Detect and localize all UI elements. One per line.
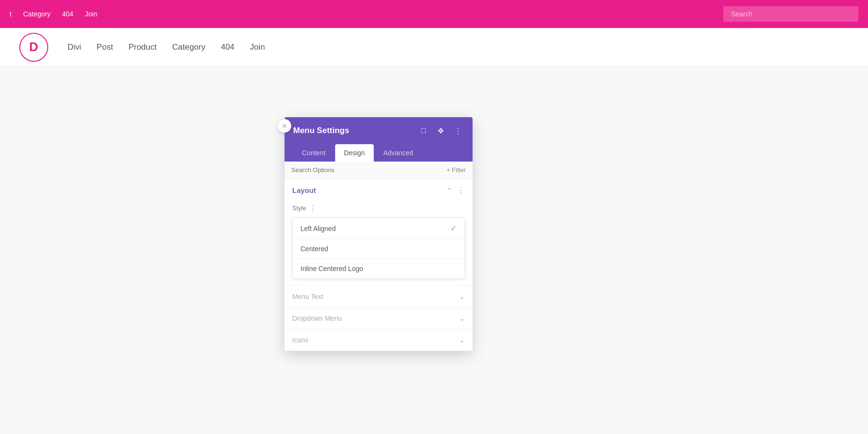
- option-inline-centered-logo[interactable]: Inline Centered Logo: [293, 259, 464, 278]
- admin-bar-item-t[interactable]: t: [10, 10, 12, 18]
- style-label: Style: [292, 204, 306, 212]
- panel-scroll-area[interactable]: Layout ⌃ ⋮ Style ⋮ Left Ali: [285, 179, 473, 351]
- icons-title: Icons: [292, 336, 308, 344]
- panel-header: Menu Settings □ ❖ ⋮: [285, 117, 473, 144]
- main-nav: D Divi Post Product Category 404 Join: [0, 28, 868, 67]
- layout-section-controls: ⌃ ⋮: [447, 186, 465, 195]
- option-centered[interactable]: Centered: [293, 239, 464, 259]
- nav-item-category[interactable]: Category: [172, 42, 205, 52]
- logo: D: [19, 33, 48, 62]
- panel-header-icons: □ ❖ ⋮: [418, 125, 464, 136]
- filter-button[interactable]: + Filter: [447, 166, 466, 174]
- admin-bar-item-join[interactable]: Join: [85, 10, 97, 18]
- nav-item-404[interactable]: 404: [221, 42, 234, 52]
- menu-text-chevron-icon[interactable]: ⌄: [459, 293, 465, 300]
- nav-item-divi[interactable]: Divi: [68, 42, 81, 52]
- style-options-icon[interactable]: ⋮: [309, 203, 317, 213]
- panel-body: + Filter Layout ⌃ ⋮ Style ⋮: [285, 162, 473, 351]
- admin-bar-item-404[interactable]: 404: [62, 10, 73, 18]
- layout-chevron-up-icon[interactable]: ⌃: [447, 187, 452, 194]
- layout-more-icon[interactable]: ⋮: [457, 186, 465, 195]
- tab-advanced[interactable]: Advanced: [375, 144, 422, 162]
- panel-close-button[interactable]: ✕: [278, 119, 291, 133]
- menu-text-section[interactable]: Menu Text ⌄: [285, 286, 473, 308]
- tab-design[interactable]: Design: [335, 144, 374, 162]
- option-left-aligned[interactable]: Left Aligned ✓: [293, 218, 464, 239]
- dropdown-menu-title: Dropdown Menu: [292, 314, 342, 322]
- nav-item-join[interactable]: Join: [250, 42, 265, 52]
- nav-item-product[interactable]: Product: [128, 42, 157, 52]
- icons-chevron-icon[interactable]: ⌄: [459, 336, 465, 344]
- columns-icon[interactable]: ❖: [435, 125, 447, 136]
- page-background: ✕ Menu Settings □ ❖ ⋮ Content Design Adv…: [0, 67, 868, 434]
- dropdown-menu-chevron-icon[interactable]: ⌄: [459, 314, 465, 322]
- nav-item-post[interactable]: Post: [96, 42, 113, 52]
- layout-section: Layout ⌃ ⋮ Style ⋮ Left Ali: [285, 179, 473, 286]
- admin-bar-search-input[interactable]: [723, 6, 858, 22]
- admin-bar: t Category 404 Join: [0, 0, 868, 28]
- style-row: Style ⋮: [285, 202, 473, 217]
- settings-panel: Menu Settings □ ❖ ⋮ Content Design Advan…: [285, 117, 473, 351]
- panel-tabs: Content Design Advanced: [285, 144, 473, 162]
- icons-section[interactable]: Icons ⌄: [285, 329, 473, 351]
- tab-content[interactable]: Content: [293, 144, 334, 162]
- panel-title: Menu Settings: [293, 126, 349, 136]
- check-icon: ✓: [450, 224, 457, 233]
- admin-bar-item-category[interactable]: Category: [23, 10, 51, 18]
- style-dropdown-options: Left Aligned ✓ Centered Inline Centered …: [292, 217, 465, 279]
- menu-text-title: Menu Text: [292, 293, 323, 300]
- more-options-icon[interactable]: ⋮: [452, 125, 464, 136]
- search-options-input[interactable]: [291, 166, 447, 174]
- maximize-icon[interactable]: □: [418, 125, 429, 136]
- dropdown-menu-section[interactable]: Dropdown Menu ⌄: [285, 308, 473, 329]
- layout-section-title: Layout: [292, 186, 316, 194]
- search-options-bar: + Filter: [285, 162, 473, 179]
- layout-section-header[interactable]: Layout ⌃ ⋮: [285, 179, 473, 202]
